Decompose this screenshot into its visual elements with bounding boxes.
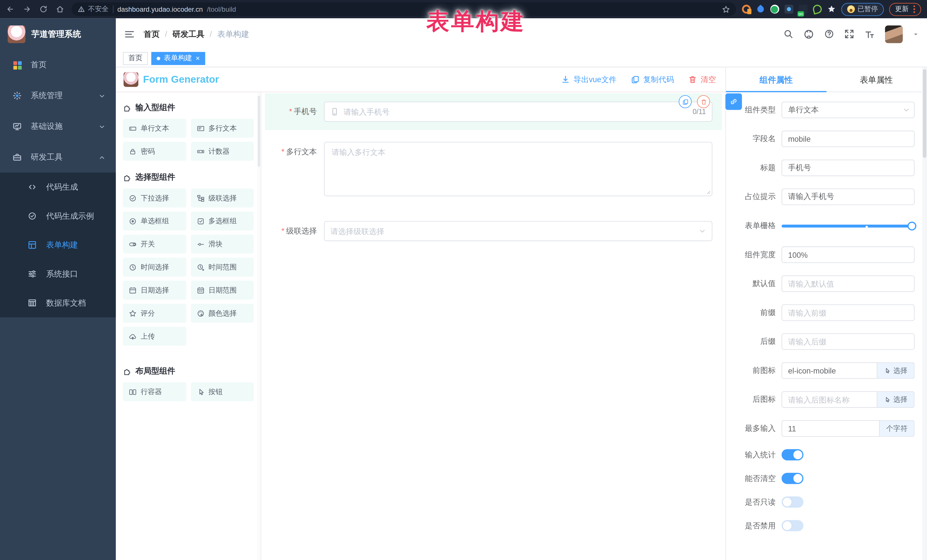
canvas-row-cascader[interactable]: *级联选择 — [265, 213, 722, 249]
scrollbar-thumb[interactable] — [923, 69, 926, 158]
ext-on-icon[interactable] — [798, 5, 807, 14]
forward-icon[interactable] — [23, 5, 31, 14]
home-icon[interactable] — [56, 5, 64, 14]
sidebar-item-devtools[interactable]: 研发工具 — [0, 142, 116, 173]
github-icon[interactable] — [804, 29, 814, 39]
sidebar-item-infra[interactable]: 基础设施 — [0, 111, 116, 142]
export-vue-button[interactable]: 导出vue文件 — [561, 74, 617, 85]
paused-extension-pill[interactable]: 已暂停 — [841, 3, 884, 16]
close-icon[interactable]: × — [196, 55, 200, 62]
palette-item-row-container[interactable]: 行容器 — [123, 382, 186, 401]
ext-green-icon[interactable] — [770, 5, 779, 14]
suffix-icon-input[interactable] — [781, 391, 877, 408]
bookmark-star-icon[interactable] — [722, 5, 730, 14]
mobile-input-field[interactable] — [343, 107, 688, 116]
palette-item-color-picker[interactable]: 颜色选择 — [190, 304, 254, 322]
cascader-field[interactable] — [331, 227, 694, 235]
disabled-toggle[interactable] — [781, 520, 804, 531]
prefix-icon-input[interactable] — [781, 363, 877, 379]
user-avatar[interactable] — [885, 25, 903, 43]
menu-dots-icon[interactable] — [913, 5, 915, 13]
sidebar-item-form-builder[interactable]: 表单构建 — [0, 231, 116, 260]
palette-item-radio-group[interactable]: 单选框组 — [123, 212, 186, 231]
width-input[interactable] — [781, 246, 915, 263]
title-input[interactable] — [781, 160, 915, 176]
default-value-input[interactable] — [781, 275, 915, 292]
user-caret-icon[interactable] — [913, 31, 919, 37]
component-type-value[interactable] — [781, 102, 915, 118]
sidebar-item-db-doc[interactable]: 数据库文档 — [0, 288, 116, 317]
ext-orange-icon[interactable] — [742, 5, 751, 14]
sidebar-item-api[interactable]: 系统接口 — [0, 260, 116, 288]
field-disabled: 是否禁用 — [732, 520, 915, 531]
palette-item-time-picker[interactable]: 时间选择 — [123, 258, 186, 276]
breadcrumb-home[interactable]: 首页 — [144, 29, 160, 39]
show-count-toggle[interactable] — [781, 449, 804, 460]
fullscreen-icon[interactable] — [844, 29, 854, 39]
delete-item-button[interactable] — [697, 95, 710, 108]
clearable-toggle[interactable] — [781, 473, 804, 484]
palette-item-button[interactable]: 按钮 — [190, 382, 254, 401]
tag-form-builder[interactable]: 表单构建 × — [152, 52, 205, 65]
choose-prefix-icon-button[interactable]: 选择 — [877, 363, 915, 379]
component-type-select[interactable] — [781, 102, 915, 118]
ext-leaf-icon[interactable] — [812, 4, 822, 15]
update-button[interactable]: 更新 — [889, 3, 921, 16]
font-size-icon[interactable] — [864, 29, 875, 39]
placeholder-input[interactable] — [781, 188, 915, 205]
collapse-link-button[interactable] — [725, 93, 742, 110]
resize-handle-icon[interactable] — [705, 189, 711, 194]
palette-item-cascader[interactable]: 级联选择 — [190, 188, 254, 207]
suffix-input[interactable] — [781, 333, 915, 350]
copy-code-button[interactable]: 复制代码 — [631, 74, 674, 85]
palette-item-password[interactable]: 密码 — [123, 142, 186, 161]
palette-item-rate[interactable]: 评分 — [123, 304, 186, 322]
sidebar-item-home[interactable]: 首页 — [0, 50, 116, 80]
cascader-input[interactable] — [324, 221, 713, 241]
clear-button[interactable]: 清空 — [688, 74, 716, 85]
max-length-input[interactable] — [781, 420, 880, 437]
palette-item-upload[interactable]: 上传 — [123, 327, 186, 346]
canvas-row-textarea[interactable]: *多行文本 — [265, 134, 722, 205]
canvas-row-mobile[interactable]: *手机号 0/11 — [265, 93, 722, 130]
palette-item-slider[interactable]: 滑块 — [190, 235, 254, 253]
tag-home[interactable]: 首页 — [123, 52, 148, 65]
ext-dark-icon[interactable] — [784, 5, 793, 14]
ext-puzzle-icon[interactable] — [827, 5, 836, 14]
duplicate-item-button[interactable] — [679, 95, 692, 108]
help-icon[interactable] — [824, 29, 834, 39]
palette-scrollbar[interactable] — [257, 92, 261, 560]
textarea-field[interactable] — [332, 147, 705, 191]
tab-form-props[interactable]: 表单属性 — [826, 67, 926, 91]
tab-component-props[interactable]: 组件属性 — [726, 67, 826, 91]
sidebar-item-codegen-demo[interactable]: 代码生成示例 — [0, 202, 116, 231]
textarea-input[interactable] — [324, 142, 713, 196]
ext-drop-icon[interactable] — [756, 5, 765, 14]
palette-item-date-picker[interactable]: 日期选择 — [123, 281, 186, 300]
address-bar[interactable]: 不安全 dashboard.yudao.iocoder.cn /tool/bui… — [71, 2, 736, 16]
palette-item-textarea[interactable]: 多行文本 — [190, 119, 254, 138]
field-name-input[interactable] — [781, 131, 915, 147]
palette-item-single-text[interactable]: 单行文本 — [123, 119, 186, 138]
slider-handle[interactable] — [907, 222, 916, 231]
prefix-input[interactable] — [781, 304, 915, 321]
hamburger-icon[interactable] — [124, 29, 135, 39]
sidebar-item-codegen[interactable]: 代码生成 — [0, 173, 116, 202]
back-icon[interactable] — [6, 5, 15, 14]
palette-item-select[interactable]: 下拉选择 — [123, 188, 186, 207]
palette-item-switch[interactable]: 开关 — [123, 235, 186, 253]
sidebar-item-system[interactable]: 系统管理 — [0, 80, 116, 111]
palette-item-counter[interactable]: 计数器 — [190, 142, 254, 161]
choose-suffix-icon-button[interactable]: 选择 — [877, 391, 915, 408]
mobile-input[interactable]: 0/11 — [324, 102, 713, 122]
palette-item-checkbox-group[interactable]: 多选框组 — [190, 212, 254, 231]
palette-item-date-range[interactable]: 日期范围 — [190, 281, 254, 300]
search-icon[interactable] — [783, 29, 793, 39]
reload-icon[interactable] — [39, 5, 48, 14]
palette-item-time-range[interactable]: 时间范围 — [190, 258, 254, 276]
readonly-toggle[interactable] — [781, 496, 804, 508]
page-scrollbar[interactable] — [922, 67, 927, 560]
insecure-badge[interactable]: 不安全 — [78, 5, 109, 14]
breadcrumb-devtools[interactable]: 研发工具 — [173, 29, 205, 39]
grid-span-slider[interactable] — [781, 217, 915, 234]
